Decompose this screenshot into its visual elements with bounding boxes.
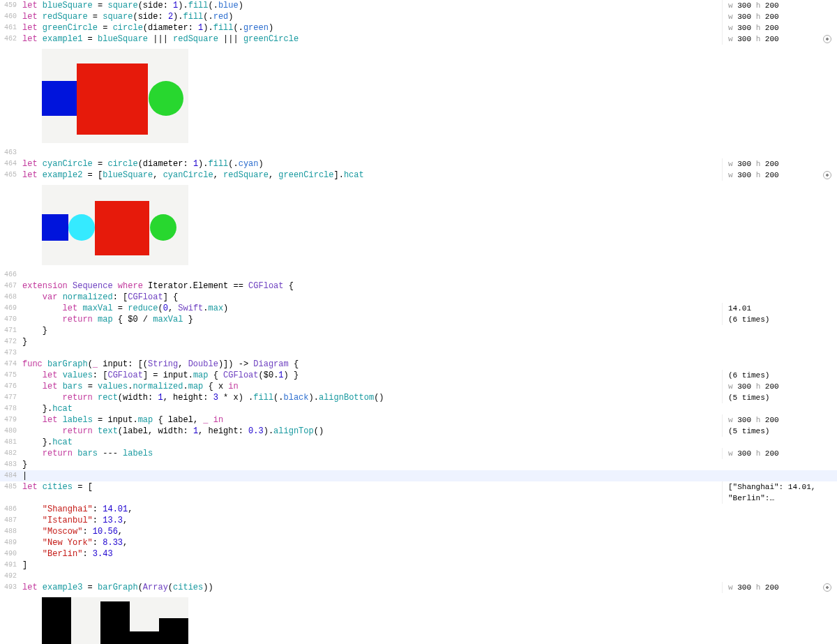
inline-preview [42,185,188,265]
code-line[interactable]: 475 let values: [CGFloat] = input.map { … [0,370,837,381]
line-number: 462 [0,33,20,45]
code-line[interactable]: 485let cities = [["Shanghai": 14.01, "Be… [0,481,837,504]
line-number: 480 [0,426,20,437]
code-line[interactable]: 463 [0,147,837,158]
inline-preview [42,597,188,644]
code-content[interactable]: "Istanbul": 13.3, [20,515,722,526]
code-line[interactable]: 465let example2 = [blueSquare, cyanCircl… [0,170,837,181]
code-line[interactable]: 479 let labels = input.map { label, _ in… [0,414,837,426]
line-number: 479 [0,414,20,426]
code-content[interactable]: extension Sequence where Iterator.Elemen… [20,280,722,292]
code-content[interactable]: }.hcat [20,437,722,448]
code-content[interactable]: return text(label, width: 1, height: 0.3… [20,426,722,437]
code-line[interactable]: 484| [0,470,837,481]
code-content[interactable]: let cities = [ [20,481,722,493]
shape-circle [149,81,183,116]
code-content[interactable]: let values: [CGFloat] = input.map { CGFl… [20,370,722,381]
quicklook-icon[interactable] [823,171,831,179]
code-line[interactable]: 461let greenCircle = circle(diameter: 1)… [0,22,837,33]
quicklook-icon[interactable] [823,583,831,592]
code-content[interactable]: | [20,470,722,481]
result-sidebar: (6 times) [722,370,837,381]
line-number: 473 [0,347,20,359]
code-content[interactable]: let example2 = [blueSquare, cyanCircle, … [20,170,722,181]
code-line[interactable]: 488 "Moscow": 10.56, [0,526,837,537]
code-content[interactable]: "Berlin": 3.43 [20,548,722,560]
result-sidebar: 14.01 [722,303,837,314]
code-line[interactable]: 490 "Berlin": 3.43 [0,548,837,560]
line-number: 491 [0,560,20,571]
result-sidebar: ["Shanghai": 14.01, "Berlin":… [722,481,837,504]
result-size: w 300 h 200 [728,582,779,593]
result-sidebar: (6 times) [722,314,837,325]
code-line[interactable]: 466 [0,269,837,280]
code-line[interactable]: 489 "New York": 8.33, [0,537,837,548]
code-content[interactable]: return rect(width: 1, height: 3 * x) .fi… [20,392,722,403]
code-line[interactable]: 467extension Sequence where Iterator.Ele… [0,280,837,292]
code-content[interactable]: var normalized: [CGFloat] { [20,292,722,303]
code-line[interactable]: 480 return text(label, width: 1, height:… [0,426,837,437]
code-line[interactable]: 464let cyanCircle = circle(diameter: 1).… [0,158,837,170]
result-text: (5 times) [728,392,769,403]
shape-circle [150,214,176,241]
code-line[interactable]: 486 "Shanghai": 14.01, [0,504,837,515]
code-line[interactable]: 483} [0,459,837,470]
code-line[interactable]: 478 }.hcat [0,403,837,414]
result-sidebar: w 300 h 200 [722,22,837,33]
line-number: 484 [0,470,20,481]
line-number: 492 [0,571,20,582]
code-line[interactable]: 487 "Istanbul": 13.3, [0,515,837,526]
code-content[interactable]: let cyanCircle = circle(diameter: 1).fil… [20,158,722,170]
result-size: w 300 h 200 [728,0,779,11]
code-line[interactable]: 470 return map { $0 / maxVal }(6 times) [0,314,837,325]
code-content[interactable]: let maxVal = reduce(0, Swift.max) [20,303,722,314]
code-content[interactable]: } [20,336,722,347]
code-line[interactable]: 459let blueSquare = square(side: 1).fill… [0,0,837,11]
code-line[interactable]: 460let redSquare = square(side: 2).fill(… [0,11,837,22]
quicklook-icon[interactable] [823,35,831,43]
code-content[interactable]: return bars --- labels [20,448,722,459]
line-number: 468 [0,292,20,303]
code-line[interactable]: 493let example3 = barGraph(Array(cities)… [0,582,837,593]
line-number: 488 [0,526,20,537]
code-line[interactable]: 476 let bars = values.normalized.map { x… [0,381,837,392]
code-content[interactable]: } [20,325,722,336]
result-sidebar: (5 times) [722,392,837,403]
code-content[interactable]: let example1 = blueSquare ||| redSquare … [20,33,722,45]
code-content[interactable]: } [20,459,722,470]
line-number: 485 [0,481,20,493]
code-line[interactable]: 468 var normalized: [CGFloat] { [0,292,837,303]
code-content[interactable]: func barGraph(_ input: [(String, Double)… [20,359,722,370]
code-content[interactable]: let example3 = barGraph(Array(cities)) [20,582,722,593]
code-line[interactable]: 491] [0,560,837,571]
chart-bar [130,631,159,644]
result-text: (6 times) [728,370,769,381]
result-size: w 300 h 200 [728,158,779,170]
code-content[interactable]: "Shanghai": 14.01, [20,504,722,515]
code-content[interactable]: ] [20,560,722,571]
code-line[interactable]: 462let example1 = blueSquare ||| redSqua… [0,33,837,45]
code-content[interactable]: "New York": 8.33, [20,537,722,548]
code-line[interactable]: 472} [0,336,837,347]
code-content[interactable]: "Moscow": 10.56, [20,526,722,537]
code-content[interactable]: let greenCircle = circle(diameter: 1).fi… [20,22,722,33]
line-number: 470 [0,314,20,325]
code-content[interactable]: let blueSquare = square(side: 1).fill(.b… [20,0,722,11]
line-number: 481 [0,437,20,448]
code-line[interactable]: 471 } [0,325,837,336]
result-sidebar: w 300 h 200 [722,158,837,170]
code-content[interactable]: let labels = input.map { label, _ in [20,414,722,426]
code-line[interactable]: 492 [0,571,837,582]
code-line[interactable]: 474func barGraph(_ input: [(String, Doub… [0,359,837,370]
code-line[interactable]: 477 return rect(width: 1, height: 3 * x)… [0,392,837,403]
code-line[interactable]: 482 return bars --- labelsw 300 h 200 [0,448,837,459]
code-content[interactable]: }.hcat [20,403,722,414]
shape-rect [77,63,148,135]
code-line[interactable]: 473 [0,347,837,359]
result-sidebar: (5 times) [722,426,837,437]
code-content[interactable]: let bars = values.normalized.map { x in [20,381,722,392]
code-line[interactable]: 469 let maxVal = reduce(0, Swift.max)14.… [0,303,837,314]
code-line[interactable]: 481 }.hcat [0,437,837,448]
code-content[interactable]: return map { $0 / maxVal } [20,314,722,325]
code-content[interactable]: let redSquare = square(side: 2).fill(.re… [20,11,722,22]
